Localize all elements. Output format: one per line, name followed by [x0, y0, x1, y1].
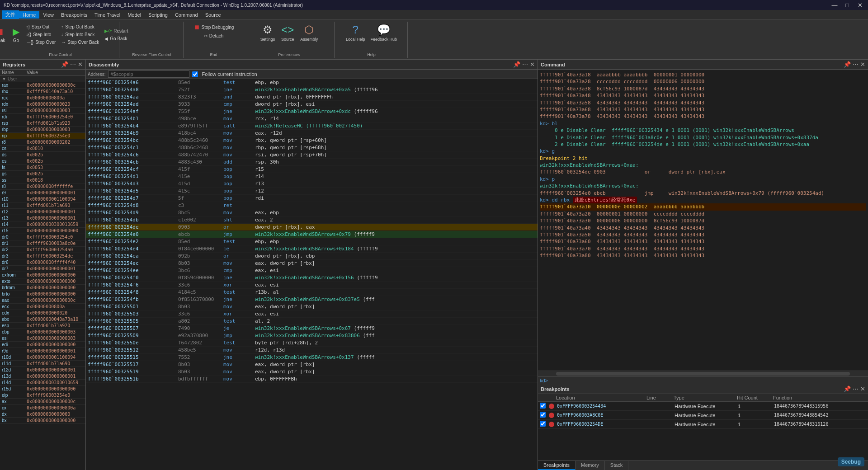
disasm-row[interactable]: fffff960`003254b1 498bce mov rcx, r14: [86, 115, 538, 122]
reg-group-user[interactable]: ▼ User: [0, 76, 85, 82]
disassembly-close-icon[interactable]: ✕: [530, 61, 535, 68]
menu-file[interactable]: 文件: [2, 10, 19, 19]
disasm-row[interactable]: fffff960`003254c6 488b742470 mov rsi, qw…: [86, 151, 538, 159]
tab-stack[interactable]: Stack: [605, 461, 629, 470]
disasm-row[interactable]: fffff960`0032551b bdfbffffff mov ebp, 0F…: [86, 376, 538, 383]
disasm-row[interactable]: fffff960`003254f0 0f8594000000 jne win32…: [86, 274, 538, 282]
disasm-row[interactable]: fffff960`003254d5 415c pop r12: [86, 188, 538, 195]
disassembly-more-icon[interactable]: ⋯: [522, 61, 528, 68]
minimize-button[interactable]: —: [830, 2, 839, 9]
disasm-row[interactable]: fffff960`003254ec 8b03 mov eax, dword pt…: [86, 260, 538, 267]
disasm-row[interactable]: fffff960`003254af 755f jne win32k!xxxEna…: [86, 108, 538, 115]
disasm-row[interactable]: fffff960`003254fb 0f8516370800 jne win32…: [86, 296, 538, 303]
disasm-row[interactable]: fffff960`00325512 458be5 mov r12d, r13d: [86, 347, 538, 354]
disasm-row[interactable]: fffff960`003254ad 3933 cmp dword ptr [rb…: [86, 101, 538, 108]
disasm-row[interactable]: fffff960`003254b9 418bc4 mov eax, r12d: [86, 130, 538, 137]
disasm-row[interactable]: fffff960`003254e2 85ed test ebp, ebp: [86, 238, 538, 245]
maximize-button[interactable]: □: [843, 2, 852, 9]
bp-checkbox[interactable]: [540, 412, 546, 418]
disasm-row[interactable]: fffff960`00325509 e92a370800 jmp win32k!…: [86, 332, 538, 339]
tab-memory[interactable]: Memory: [576, 461, 605, 470]
local-help-button[interactable]: ? Local Help: [344, 23, 367, 42]
disasm-link[interactable]: win32k!ReleaseHC (fffff960`0027f450): [255, 123, 363, 129]
disasm-row[interactable]: fffff960`003254ea 092b or dword ptr [rbx…: [86, 253, 538, 260]
disasm-row[interactable]: fffff960`003254de 0903 or dword ptr [rbx…: [86, 224, 538, 231]
menu-breakpoints[interactable]: Breakpoints: [57, 11, 91, 19]
disasm-row[interactable]: fffff960`003254d8 c3 ret: [86, 202, 538, 209]
disasm-row[interactable]: fffff960`003254a6 85ed test ebp, ebp: [86, 79, 538, 86]
step-out-button[interactable]: ↑} Step Out: [24, 24, 58, 30]
menu-model[interactable]: Model: [124, 11, 145, 19]
command-pin-icon[interactable]: 📌: [844, 61, 851, 68]
disasm-row[interactable]: fffff960`003254e0 ebcb jmp win32k!xxxEna…: [86, 231, 538, 238]
disasm-row[interactable]: fffff960`00325517 8b03 mov eax, dword pt…: [86, 361, 538, 368]
step-over-button[interactable]: →{} Step Over: [24, 39, 58, 46]
disasm-row[interactable]: fffff960`00325503 33c6 xor eax, esi: [86, 310, 538, 318]
disasm-row[interactable]: fffff960`003254d3 415d pop r13: [86, 180, 538, 188]
menu-view[interactable]: View: [39, 11, 57, 19]
disasm-row[interactable]: fffff960`003254db c1e002 shl eax, 2: [86, 216, 538, 224]
follow-instruction-checkbox[interactable]: [192, 71, 198, 77]
disassembly-pin-icon[interactable]: 📌: [513, 61, 520, 68]
disasm-row[interactable]: fffff960`003254b4 e8979ff5ff call win32k…: [86, 122, 538, 130]
disasm-link[interactable]: win32k!xxxEnableWndSBArrows+0x83806: [255, 333, 360, 338]
disasm-row[interactable]: fffff960`00325515 7552 jne win32k!xxxEna…: [86, 354, 538, 361]
disasm-row[interactable]: fffff960`003254d9 8bc5 mov eax, ebp: [86, 209, 538, 216]
registers-close-icon[interactable]: ✕: [78, 61, 83, 68]
step-into-button[interactable]: ↓{} Step Into: [24, 31, 58, 38]
detach-button[interactable]: ✂ Detach: [202, 33, 226, 39]
disasm-row[interactable]: fffff960`003254d1 415e pop r14: [86, 173, 538, 180]
disasm-row[interactable]: fffff960`00325505 a802 test al, 2: [86, 318, 538, 325]
feedback-hub-button[interactable]: 💬 Feedback Hub: [368, 23, 399, 42]
source-button[interactable]: <> Source: [278, 23, 297, 42]
tab-breakpoints[interactable]: Breakpoints: [538, 461, 576, 470]
disasm-row[interactable]: fffff960`003254f8 4184c5 test r13b, al: [86, 289, 538, 296]
menu-command[interactable]: Command: [171, 11, 202, 19]
disasm-row[interactable]: fffff960`003254f6 33c6 xor eax, esi: [86, 282, 538, 289]
disasm-row[interactable]: fffff960`003254c1 488b6c2468 mov rbp, qw…: [86, 144, 538, 151]
disasm-row[interactable]: fffff960`003254d7 5f pop rdi: [86, 195, 538, 202]
menu-source[interactable]: Source: [202, 11, 225, 19]
disasm-row[interactable]: fffff960`003254bc 488b5c2460 mov rbx, qw…: [86, 137, 538, 144]
disasm-row[interactable]: fffff960`003254cf 415f pop r15: [86, 166, 538, 173]
disasm-row[interactable]: fffff960`00325501 8b03 mov eax, dword pt…: [86, 303, 538, 310]
disasm-row[interactable]: fffff960`003254ee 3bc6 cmp eax, esi: [86, 267, 538, 274]
registers-pin-icon[interactable]: 📌: [61, 61, 68, 68]
menu-timetravel[interactable]: Time Travel: [91, 11, 124, 19]
disasm-row[interactable]: fffff960`003254a8 752f jne win32k!xxxEna…: [86, 86, 538, 94]
registers-more-icon[interactable]: ⋯: [70, 61, 76, 68]
disasm-link[interactable]: win32k!xxxEnableWndSBArrows+0x156: [255, 275, 354, 281]
breakpoints-pin-icon[interactable]: 📌: [844, 385, 851, 392]
step-over-back-button[interactable]: → Step Over Back: [59, 39, 101, 46]
disasm-link[interactable]: win32k!xxxEnableWndSBArrows+0x184: [255, 246, 354, 252]
disasm-row[interactable]: fffff960`00325519 8b03 mov eax, dword pt…: [86, 368, 538, 376]
command-input[interactable]: [550, 377, 866, 383]
disasm-row[interactable]: fffff960`003254cb 4883c430 add rsp, 30h: [86, 159, 538, 166]
bp-checkbox[interactable]: [540, 403, 546, 409]
disasm-row[interactable]: fffff960`00325507 7490 je win32k!xxxEnab…: [86, 325, 538, 332]
breakpoints-more-icon[interactable]: ⋯: [853, 385, 859, 392]
stop-debugging-button[interactable]: ⏹ Stop Debugging: [192, 23, 236, 32]
disasm-link[interactable]: win32k!xxxEnableWndSBArrows+0x67: [255, 325, 351, 331]
go-button[interactable]: ▶ Go: [10, 25, 23, 44]
disasm-row[interactable]: fffff960`003254e4 0f84ce000000 je win32k…: [86, 245, 538, 253]
close-button[interactable]: ✕: [855, 2, 864, 9]
break-button[interactable]: ⏹ Break: [0, 26, 8, 44]
menu-scripting[interactable]: Scripting: [145, 11, 171, 19]
disasm-row[interactable]: fffff960`0032550e f6472802 test byte ptr…: [86, 339, 538, 347]
bp-checkbox[interactable]: [540, 421, 546, 427]
assembly-button[interactable]: ⬡ Assembly: [298, 23, 320, 42]
disasm-link[interactable]: win32k!xxxEnableWndSBArrows+0xdc: [255, 108, 351, 114]
disasm-address-input[interactable]: [108, 70, 189, 78]
step-into-back-button[interactable]: ↓ Step Into Back: [59, 31, 101, 38]
command-more-icon[interactable]: ⋯: [853, 61, 859, 68]
settings-button[interactable]: ⚙ Settings: [259, 23, 277, 42]
step-out-back-button[interactable]: ↑ Step Out Back: [59, 24, 101, 30]
breakpoints-close-icon[interactable]: ✕: [860, 385, 865, 392]
disasm-row[interactable]: fffff960`003254aa 8323f3 and dword ptr […: [86, 94, 538, 101]
menu-home[interactable]: Home: [19, 11, 39, 19]
disasm-link[interactable]: win32k!xxxEnableWndSBArrows+0x137: [255, 354, 354, 360]
command-close-icon[interactable]: ✕: [860, 61, 865, 68]
disasm-link[interactable]: win32k!xxxEnableWndSBArrows+0x837e5: [255, 296, 360, 302]
disasm-link[interactable]: win32k!xxxEnableWndSBArrows+0x79: [255, 231, 351, 237]
